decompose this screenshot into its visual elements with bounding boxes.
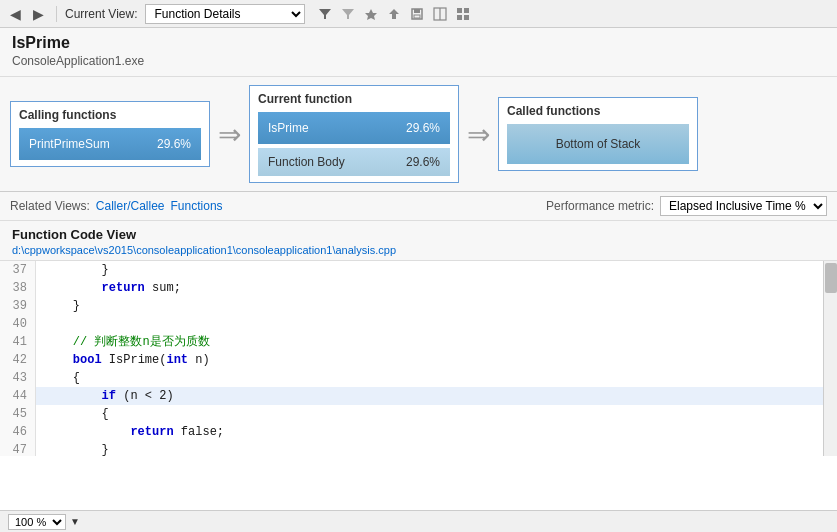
- perf-select[interactable]: Elapsed Inclusive Time %: [660, 196, 827, 216]
- layout-icon[interactable]: [430, 5, 450, 23]
- called-bar-label: Bottom of Stack: [556, 137, 641, 151]
- status-bar: 100 % ▼: [0, 510, 837, 532]
- current-box-title: Current function: [258, 92, 450, 106]
- forward-button[interactable]: ▶: [29, 4, 48, 24]
- view-label: Current View:: [65, 7, 137, 21]
- code-header: Function Code View d:\cppworkspace\vs201…: [0, 221, 837, 261]
- function-app: ConsoleApplication1.exe: [12, 54, 825, 68]
- line-code: return false;: [36, 423, 224, 441]
- line-number: 42: [0, 351, 36, 369]
- code-line: 43 {: [0, 369, 837, 387]
- svg-rect-9: [457, 15, 462, 20]
- calling-box-title: Calling functions: [19, 108, 201, 122]
- line-number: 39: [0, 297, 36, 315]
- vertical-scrollbar[interactable]: [823, 261, 837, 456]
- arrow2: ⇒: [467, 118, 490, 151]
- related-functions[interactable]: Functions: [171, 199, 223, 213]
- svg-rect-3: [414, 9, 420, 13]
- perf-label: Performance metric:: [546, 199, 654, 213]
- related-caller-callee[interactable]: Caller/Callee: [96, 199, 165, 213]
- current-bar-top[interactable]: IsPrime 29.6%: [258, 112, 450, 144]
- line-code: }: [36, 261, 109, 279]
- called-box-title: Called functions: [507, 104, 689, 118]
- filter-icon[interactable]: [315, 5, 335, 23]
- code-line: 40: [0, 315, 837, 333]
- line-number: 43: [0, 369, 36, 387]
- scrollbar-thumb[interactable]: [825, 263, 837, 293]
- line-number: 44: [0, 387, 36, 405]
- line-number: 37: [0, 261, 36, 279]
- code-line: 39 }: [0, 297, 837, 315]
- separator: [56, 6, 57, 22]
- line-code: [36, 315, 44, 333]
- code-body: 37 }38 return sum;39 }4041 // 判断整数n是否为质数…: [0, 261, 837, 456]
- calling-bar-label: PrintPrimeSum: [29, 137, 110, 151]
- line-number: 38: [0, 279, 36, 297]
- code-line: 45 {: [0, 405, 837, 423]
- arrow1: ⇒: [218, 118, 241, 151]
- svg-rect-10: [464, 15, 469, 20]
- line-number: 46: [0, 423, 36, 441]
- called-box: Called functions Bottom of Stack: [498, 97, 698, 171]
- back-button[interactable]: ◀: [6, 4, 25, 24]
- code-line: 38 return sum;: [0, 279, 837, 297]
- main-area: IsPrime ConsoleApplication1.exe Calling …: [0, 28, 837, 532]
- related-row: Related Views: Caller/Callee Functions P…: [0, 192, 837, 221]
- diagram-section: Calling functions PrintPrimeSum 29.6% ⇒ …: [0, 77, 837, 192]
- line-number: 41: [0, 333, 36, 351]
- perf-right: Performance metric: Elapsed Inclusive Ti…: [546, 196, 827, 216]
- related-left: Related Views: Caller/Callee Functions: [10, 199, 223, 213]
- line-code: bool IsPrime(int n): [36, 351, 210, 369]
- code-section: Function Code View d:\cppworkspace\vs201…: [0, 221, 837, 510]
- line-number: 47: [0, 441, 36, 456]
- svg-marker-0: [319, 9, 331, 19]
- action2-icon[interactable]: [384, 5, 404, 23]
- line-code: // 判断整数n是否为质数: [36, 333, 210, 351]
- svg-rect-8: [464, 8, 469, 13]
- code-line: 37 }: [0, 261, 837, 279]
- code-line: 47 }: [0, 441, 837, 456]
- current-bar-pct: 29.6%: [406, 121, 440, 135]
- line-code: }: [36, 297, 80, 315]
- calling-bar-pct: 29.6%: [157, 137, 191, 151]
- function-name: IsPrime: [12, 34, 825, 52]
- related-label: Related Views:: [10, 199, 90, 213]
- line-code: {: [36, 405, 109, 423]
- code-line: 44 if (n < 2): [0, 387, 837, 405]
- called-bar[interactable]: Bottom of Stack: [507, 124, 689, 164]
- view-select[interactable]: Function Details: [145, 4, 305, 24]
- save-icon[interactable]: [407, 5, 427, 23]
- diagram-row: Calling functions PrintPrimeSum 29.6% ⇒ …: [10, 85, 827, 183]
- line-code: return sum;: [36, 279, 181, 297]
- line-code: if (n < 2): [36, 387, 174, 405]
- code-line: 46 return false;: [0, 423, 837, 441]
- line-code: {: [36, 369, 80, 387]
- line-number: 45: [0, 405, 36, 423]
- calling-box: Calling functions PrintPrimeSum 29.6%: [10, 101, 210, 167]
- grid-icon[interactable]: [453, 5, 473, 23]
- function-info: IsPrime ConsoleApplication1.exe: [0, 28, 837, 77]
- current-sub-label: Function Body: [268, 155, 345, 169]
- toolbar: ◀ ▶ Current View: Function Details: [0, 0, 837, 28]
- code-view-title: Function Code View: [12, 227, 825, 242]
- toolbar-icons: [315, 5, 473, 23]
- svg-rect-7: [457, 8, 462, 13]
- zoom-select[interactable]: 100 %: [8, 514, 66, 530]
- svg-marker-1: [342, 9, 354, 19]
- code-lines: 37 }38 return sum;39 }4041 // 判断整数n是否为质数…: [0, 261, 837, 456]
- code-line: 42 bool IsPrime(int n): [0, 351, 837, 369]
- code-filepath[interactable]: d:\cppworkspace\vs2015\consoleapplicatio…: [12, 244, 825, 256]
- current-sub-pct: 29.6%: [406, 155, 440, 169]
- svg-rect-4: [414, 15, 420, 18]
- current-bar-sub[interactable]: Function Body 29.6%: [258, 148, 450, 176]
- current-bar-label: IsPrime: [268, 121, 309, 135]
- line-code: }: [36, 441, 109, 456]
- calling-bar[interactable]: PrintPrimeSum 29.6%: [19, 128, 201, 160]
- action1-icon[interactable]: [361, 5, 381, 23]
- zoom-down-icon[interactable]: ▼: [70, 516, 80, 527]
- line-number: 40: [0, 315, 36, 333]
- filter2-icon[interactable]: [338, 5, 358, 23]
- current-box: Current function IsPrime 29.6% Function …: [249, 85, 459, 183]
- code-line: 41 // 判断整数n是否为质数: [0, 333, 837, 351]
